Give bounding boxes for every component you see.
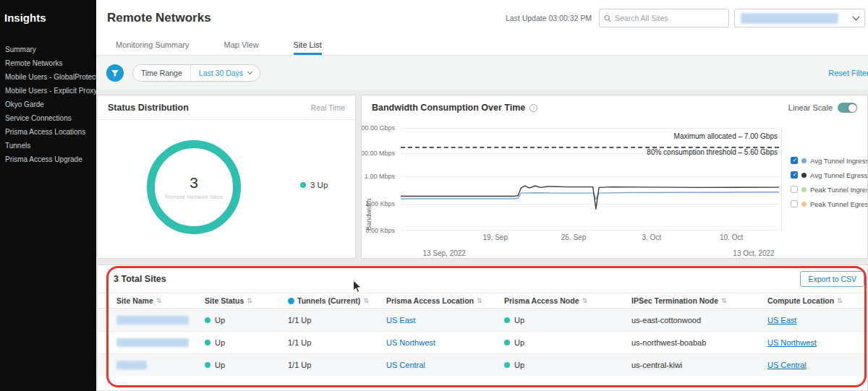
pa-location-link[interactable]: US Central (386, 361, 425, 369)
linear-scale-label: Linear Scale (788, 103, 833, 112)
sort-icon[interactable]: ⇅ (247, 297, 252, 304)
site-name-redacted[interactable] (116, 338, 189, 347)
up-status-dot (300, 182, 306, 188)
y-tick: 1000.00 Mbps (361, 150, 395, 157)
search-box (599, 9, 729, 27)
y-tick: 1.00 Kbps (365, 200, 395, 207)
pa-location-link[interactable]: US East (386, 316, 415, 325)
app-title: Insights (0, 0, 96, 24)
legend-color-dot (801, 173, 807, 178)
search-icon (604, 14, 611, 22)
app-root: Insights Summary Remote Networks Mobile … (0, 0, 868, 391)
search-input[interactable] (615, 14, 724, 22)
filter-bar: Time Range Last 30 Days Reset Filters (96, 56, 868, 90)
site-name-redacted[interactable] (116, 316, 189, 325)
legend-label: Peak Tunnel Ingress (810, 186, 868, 194)
site-name-redacted[interactable] (116, 361, 147, 369)
table-header-row: 3 Total Sites Export to CSV (98, 265, 867, 293)
linear-scale-control: Linear Scale (788, 103, 857, 113)
status-card-title: Status Distribution (108, 103, 189, 113)
legend-color-dot (801, 187, 807, 192)
col-site-status: Site Status⇅ (199, 296, 282, 305)
chevron-down-icon (853, 13, 860, 20)
bandwidth-card-header: Bandwidth Consumption Over Time Linear S… (362, 95, 867, 120)
tab-map-view[interactable]: Map View (224, 36, 258, 55)
tab-monitoring-summary[interactable]: Monitoring Summary (116, 36, 189, 55)
col-pa-location: Prisma Access Location⇅ (380, 296, 498, 305)
time-range-dropdown[interactable]: Last 30 Days (190, 65, 260, 81)
table-title: 3 Total Sites (114, 274, 166, 284)
export-csv-button[interactable]: Export to CSV (800, 271, 864, 287)
legend-checkbox[interactable] (791, 200, 798, 207)
sidebar-item-mobile-users-explicit-proxy[interactable]: Mobile Users - Explicit Proxy (0, 84, 96, 98)
time-range-chip: Time Range Last 30 Days (132, 64, 260, 82)
status-legend: 3 Up (300, 181, 328, 189)
legend-item-peak-tunnel-egress: Peak Tunnel Egress (791, 197, 867, 211)
legend-checkbox[interactable] (791, 171, 798, 179)
legend-item-avg-tunnel-ingress: Avg Tunnel Ingress (791, 153, 867, 168)
sidebar-item-prisma-access-locations[interactable]: Prisma Access Locations (0, 125, 96, 139)
sort-icon[interactable]: ⇅ (837, 297, 843, 304)
sidebar-item-mobile-users-globalprotect[interactable]: Mobile Users - GlobalProtect (0, 70, 96, 84)
sort-icon[interactable]: ⇅ (721, 297, 727, 304)
filter-button[interactable] (106, 64, 124, 82)
cards-row: Status Distribution Real Time 3 Remote N… (97, 95, 868, 259)
table-row: Up 1/1 Up US Central Up us-central-kiwi … (98, 353, 867, 376)
status-distribution-card: Status Distribution Real Time 3 Remote N… (97, 95, 356, 259)
table-row: Up 1/1 Up US Northwest Up us-northwest-b… (98, 331, 867, 353)
sidebar-item-remote-networks[interactable]: Remote Networks (0, 56, 96, 70)
up-status-dot (504, 317, 510, 323)
up-status-dot (205, 340, 210, 345)
legend-checkbox[interactable] (791, 186, 798, 193)
compute-location-link[interactable]: US East (767, 316, 796, 325)
bandwidth-chart-plot: Maximum allocated – 7.00 Gbps 80% consum… (401, 128, 779, 231)
time-range-value: Last 30 Days (199, 69, 243, 77)
sidebar: Insights Summary Remote Networks Mobile … (0, 0, 96, 391)
last-update-text: Last Update 03:00:32 PM (506, 14, 592, 22)
legend-checkbox[interactable] (791, 157, 798, 164)
content-area: Status Distribution Real Time 3 Remote N… (96, 90, 868, 391)
up-status-dot (504, 340, 510, 345)
col-pa-node: Prisma Access Node⇅ (498, 296, 626, 305)
legend-label: Avg Tunnel Ingress (810, 157, 868, 165)
sort-icon[interactable]: ⇅ (477, 297, 482, 304)
real-time-label: Real Time (311, 103, 345, 112)
sort-icon[interactable]: ⇅ (582, 297, 588, 304)
tab-bar: Monitoring Summary Map View Site List (96, 36, 868, 56)
sort-icon[interactable]: ⇅ (156, 297, 162, 304)
x-tick: 10. Oct (720, 233, 743, 241)
legend-label: Avg Tunnel Egress (810, 171, 868, 179)
compute-location-link[interactable]: US Northwest (767, 338, 817, 347)
range-end-label: 13 Oct, 2022 (733, 249, 774, 257)
top-bar: Remote Networks Last Update 03:00:32 PM (96, 0, 868, 36)
sidebar-item-okyo-garde[interactable]: Okyo Garde (0, 98, 96, 111)
linear-scale-toggle[interactable] (838, 103, 857, 113)
pa-location-link[interactable]: US Northwest (386, 338, 435, 347)
sort-icon[interactable]: ⇅ (363, 297, 369, 304)
status-legend-label: 3 Up (310, 181, 328, 189)
table-row: Up 1/1 Up US East Up us-east-cottonwood … (98, 309, 867, 331)
sidebar-item-prisma-access-upgrade[interactable]: Prisma Access Upgrade (0, 152, 96, 166)
topbar-right: Last Update 03:00:32 PM (506, 9, 865, 27)
col-compute-location: Compute Location⇅ (762, 296, 867, 305)
up-status-dot (205, 362, 210, 368)
compute-location-link[interactable]: US Central (767, 361, 807, 369)
tab-site-list[interactable]: Site List (294, 36, 322, 55)
x-tick: 3. Oct (642, 233, 661, 241)
y-tick: 1.00 Mbps (365, 173, 395, 180)
info-icon[interactable] (529, 104, 537, 112)
table-column-headers: Site Name⇅ Site Status⇅ Tunnels (Current… (98, 293, 867, 309)
y-tick: 0.00 Kbps (365, 227, 395, 234)
legend-item-avg-tunnel-egress: Avg Tunnel Egress (791, 168, 867, 182)
sidebar-item-tunnels[interactable]: Tunnels (0, 139, 96, 152)
tunnels-info-icon (288, 298, 294, 304)
bandwidth-card-body: Bandwidth 1000.00 Gbps 1000.00 Mbps 1.00… (362, 120, 867, 258)
col-site-name: Site Name⇅ (111, 296, 199, 305)
sidebar-item-summary[interactable]: Summary (0, 43, 96, 56)
reset-filters-link[interactable]: Reset Filters (828, 69, 868, 77)
bandwidth-card-title: Bandwidth Consumption Over Time (372, 103, 525, 113)
range-start-label: 13 Sep, 2022 (422, 249, 466, 257)
tenant-dropdown[interactable] (734, 9, 865, 27)
threshold-annotation: 80% consumption threshold – 5.60 Gbps (647, 148, 778, 156)
sidebar-item-service-connections[interactable]: Service Connections (0, 111, 96, 125)
